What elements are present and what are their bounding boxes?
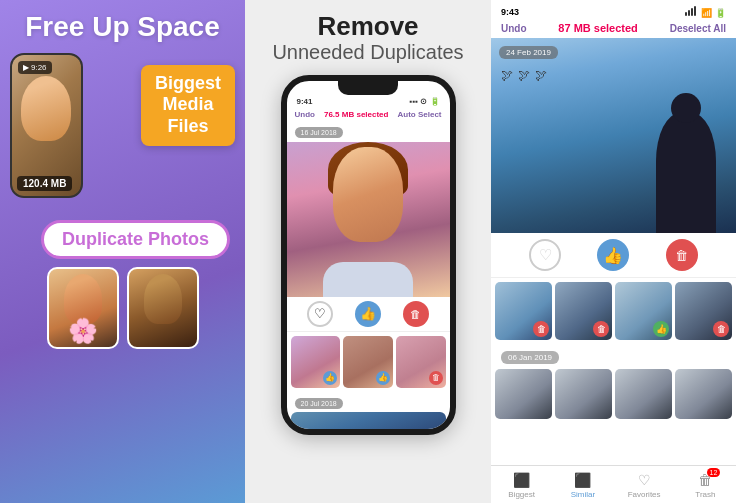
panel-free-up-space: Free Up Space ▶ 9:26 120.4 MB BiggestMed…: [0, 0, 245, 503]
p3-date-section: 06 Jan 2019: [495, 344, 732, 369]
person-silhouette: [656, 113, 716, 233]
main-photo-2: [287, 142, 450, 297]
iphone-status-bar-2: 9:41 ▪▪▪ ⊙ 🔋: [287, 95, 450, 108]
trash-tab-icon: 🗑: [698, 472, 712, 488]
bird-icon-3: 🕊: [535, 68, 547, 82]
similar-tab-label: Similar: [571, 490, 595, 499]
p3-thumb-badge-1: 🗑: [533, 321, 549, 337]
p3-bottom-tabs: ⬛ Biggest ⬛ Similar ♡ Favorites 🗑 Trash: [491, 465, 736, 503]
landscape-photo-2: [291, 412, 446, 435]
status-time-2: 9:41: [297, 97, 313, 106]
p3-thumbnail-1[interactable]: 🗑: [495, 282, 552, 340]
p3-status-icons: 📶 🔋: [685, 6, 726, 18]
thumb-badge-3: 🗑: [429, 371, 443, 385]
duplicate-photo-2: [127, 267, 199, 349]
p3-undo-button[interactable]: Undo: [501, 23, 527, 34]
p3-thumbnail-2[interactable]: 🗑: [555, 282, 612, 340]
trash-button-2[interactable]: 🗑: [403, 301, 429, 327]
p3-trash-button[interactable]: 🗑: [666, 239, 698, 271]
flower-decoration: 🌸: [68, 317, 98, 345]
duplicate-photos-row: 🌸: [47, 267, 199, 349]
panel-remove-duplicates: Remove Unneeded Duplicates 9:41 ▪▪▪ ⊙ 🔋 …: [245, 0, 491, 503]
p3-thumbnails-section: 🗑 🗑 👍 🗑 06 Jan 2019: [491, 278, 736, 465]
phone-mockup-1: ▶ 9:26 120.4 MB: [10, 53, 83, 198]
thumbnails-row-2: 👍 👍 🗑: [287, 332, 450, 392]
heart-button-2[interactable]: ♡: [307, 301, 333, 327]
biggest-tab-icon: ⬛: [513, 472, 530, 488]
p3-time: 9:43: [501, 7, 519, 17]
p3-date-chip2: 06 Jan 2019: [501, 351, 559, 364]
video-badge: ▶ 9:26: [18, 61, 52, 74]
iphone-frame-2: 9:41 ▪▪▪ ⊙ 🔋 Undo 76.5 MB selected Auto …: [281, 75, 456, 435]
video-icon: ▶: [23, 63, 29, 72]
p3-thumbnail-5[interactable]: [495, 369, 552, 419]
p3-like-button[interactable]: 👍: [597, 239, 629, 271]
panel1-title: Free Up Space: [25, 12, 220, 43]
file-size-badge: 120.4 MB: [17, 176, 72, 191]
p3-top-bar: Undo 87 MB selected Deselect All: [491, 20, 736, 38]
p3-deselect-button[interactable]: Deselect All: [670, 23, 726, 34]
thumbnail-2[interactable]: 👍: [343, 336, 393, 388]
p3-thumb-row-1: 🗑 🗑 👍 🗑: [495, 282, 732, 340]
p3-thumbnail-8[interactable]: [675, 369, 732, 419]
p3-thumb-badge-2: 🗑: [593, 321, 609, 337]
trash-tab-label: Trash: [695, 490, 715, 499]
undo-button-2[interactable]: Undo: [295, 110, 315, 119]
biggest-tab-label: Biggest: [508, 490, 535, 499]
p3-status-bar: 9:43 📶 🔋: [491, 0, 736, 20]
similar-tab-icon: ⬛: [574, 472, 591, 488]
duplicate-photos-label: Duplicate Photos: [41, 220, 230, 259]
iphone-notch-2: [338, 81, 398, 95]
thumb-badge-1: 👍: [323, 371, 337, 385]
p3-thumbnail-3[interactable]: 👍: [615, 282, 672, 340]
auto-select-button-2[interactable]: Auto Select: [397, 110, 441, 119]
date-badge-2: 16 Jul 2018: [295, 127, 343, 138]
p3-thumb-badge-4: 🗑: [713, 321, 729, 337]
bird-icon-1: 🕊: [501, 68, 513, 82]
favorites-tab-icon: ♡: [638, 472, 651, 488]
p3-selected-count: 87 MB selected: [558, 22, 637, 34]
iphone-action-bar-2: Undo 76.5 MB selected Auto Select: [287, 108, 450, 121]
biggest-media-label: BiggestMedia Files: [141, 65, 235, 146]
p3-thumbnail-7[interactable]: [615, 369, 672, 419]
face-shape: [333, 147, 403, 242]
duplicate-photo-1: 🌸: [47, 267, 119, 349]
video-thumbnail: ▶ 9:26 120.4 MB: [12, 55, 81, 196]
p3-thumb-badge-3: 👍: [653, 321, 669, 337]
date-badge-2b: 20 Jul 2018: [295, 398, 343, 409]
panel2-title: Remove Unneeded Duplicates: [272, 12, 463, 63]
tab-biggest[interactable]: ⬛ Biggest: [491, 470, 552, 501]
p3-main-photo: 24 Feb 2019 🕊 🕊 🕊: [491, 38, 736, 233]
video-duration: 9:26: [31, 63, 47, 72]
biggest-media-text: BiggestMedia Files: [155, 73, 221, 136]
birds-decoration: 🕊 🕊 🕊: [501, 68, 547, 82]
favorites-tab-label: Favorites: [628, 490, 661, 499]
status-icons-2: ▪▪▪ ⊙ 🔋: [410, 97, 440, 106]
panel-similar-photos: 9:43 📶 🔋 Undo 87 MB selected Deselect Al…: [491, 0, 736, 503]
like-button-2[interactable]: 👍: [355, 301, 381, 327]
tab-trash[interactable]: 🗑 Trash: [675, 470, 736, 501]
photo-actions-2: ♡ 👍 🗑: [287, 297, 450, 332]
thumbnail-1[interactable]: 👍: [291, 336, 341, 388]
bird-icon-2: 🕊: [518, 68, 530, 82]
selected-count-2: 76.5 MB selected: [324, 110, 388, 119]
panel2-title-line2: Unneeded Duplicates: [272, 41, 463, 63]
p3-heart-button[interactable]: ♡: [529, 239, 561, 271]
p3-date-chip: 24 Feb 2019: [499, 46, 558, 59]
panel2-title-line1: Remove: [272, 12, 463, 41]
p3-thumbnail-6[interactable]: [555, 369, 612, 419]
thumbnail-3[interactable]: 🗑: [396, 336, 446, 388]
tab-similar[interactable]: ⬛ Similar: [552, 470, 613, 501]
p3-action-row: ♡ 👍 🗑: [491, 233, 736, 278]
p3-thumbnail-4[interactable]: 🗑: [675, 282, 732, 340]
thumb-badge-2: 👍: [376, 371, 390, 385]
shirt-shape: [323, 262, 413, 297]
tab-favorites[interactable]: ♡ Favorites: [614, 470, 675, 501]
p3-thumb-row-2: [495, 369, 732, 419]
